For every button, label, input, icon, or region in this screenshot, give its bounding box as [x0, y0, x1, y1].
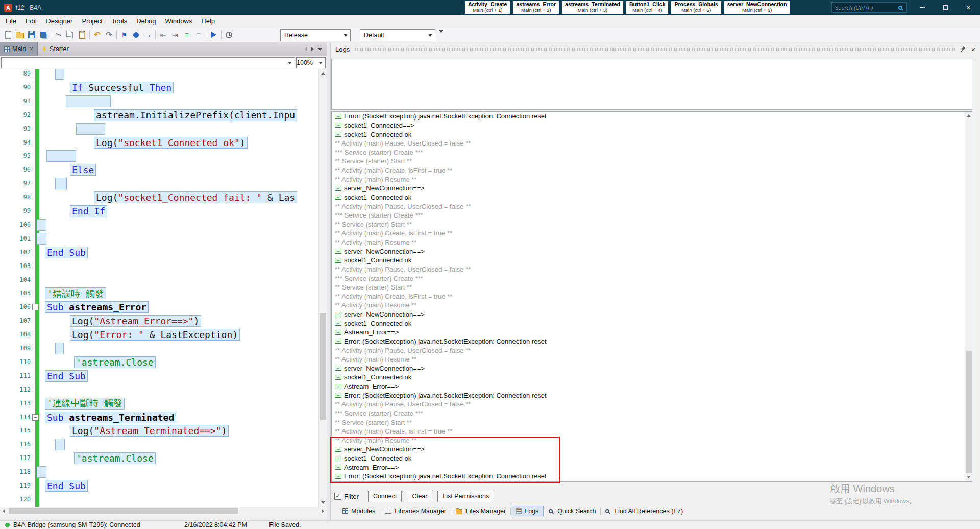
new-project-icon-button[interactable] — [2, 29, 14, 41]
maximize-button[interactable] — [934, 0, 957, 15]
tool-tab-files-manager[interactable]: Files Manager — [451, 506, 510, 516]
log-entry[interactable]: ** Activity (main) Create, isFirst = tru… — [332, 229, 972, 238]
cut-icon-button[interactable] — [53, 29, 64, 41]
code-line[interactable]: Log("Astream_Error==>") — [0, 314, 318, 328]
code-line[interactable] — [0, 177, 318, 190]
code-line[interactable] — [0, 465, 318, 479]
code-line[interactable]: End Sub — [0, 246, 318, 259]
menu-file[interactable]: File — [1, 15, 21, 28]
menu-edit[interactable]: Edit — [21, 15, 41, 28]
build-config-dropdown[interactable]: Release — [280, 29, 351, 41]
code-line[interactable] — [0, 259, 318, 273]
zoom-dropdown[interactable]: 100% — [296, 57, 326, 68]
menu-project[interactable]: Project — [77, 15, 107, 28]
log-entry[interactable]: ** Activity (main) Pause, UserClosed = f… — [332, 400, 972, 409]
code-editor[interactable]: 8990919293949596979899100101102103104105… — [0, 69, 327, 507]
tool-tab-modules[interactable]: Modules — [338, 506, 380, 516]
code-line[interactable] — [0, 218, 318, 232]
log-entry[interactable]: socket1_Connected ok — [332, 130, 972, 139]
log-entry[interactable]: ** Activity (main) Resume ** — [332, 355, 972, 364]
code-line[interactable]: Log("Astream_Terminated==>") — [0, 424, 318, 438]
clear-button[interactable]: Clear — [407, 491, 432, 502]
minimize-button[interactable] — [911, 0, 934, 15]
goto-icon-button[interactable] — [142, 29, 154, 41]
log-entry[interactable]: ** Activity (main) Pause, UserClosed = f… — [332, 139, 972, 148]
filter-checkbox[interactable]: ✓ — [334, 493, 341, 500]
hotkey-tab-button1_click[interactable]: Button1_ClickMain (ctrl + 4) — [626, 1, 669, 14]
log-entry[interactable]: socket1_Connected ok — [332, 319, 972, 328]
code-line[interactable]: If Successful Then — [0, 81, 318, 94]
declaration-dropdown[interactable] — [1, 57, 295, 68]
log-entry[interactable]: Error: (SocketException) java.net.Socket… — [332, 112, 972, 121]
code-line[interactable]: Log("socket1_Connected ok") — [0, 136, 318, 150]
log-entry[interactable]: *** Service (starter) Create *** — [332, 409, 972, 418]
search-input[interactable]: Search (Ctrl+F) — [831, 2, 907, 13]
close-button[interactable]: × — [957, 0, 980, 15]
log-entry[interactable]: *** Service (starter) Create *** — [332, 274, 972, 283]
scroll-up-icon[interactable] — [319, 69, 327, 77]
code-line[interactable] — [0, 342, 318, 355]
code-line[interactable]: Else — [0, 163, 318, 177]
menu-help[interactable]: Help — [197, 15, 219, 28]
log-entry[interactable]: Astream_Error==> — [332, 382, 972, 391]
log-entry[interactable]: socket1_Connected ok — [332, 256, 972, 265]
code-line[interactable]: End Sub — [0, 369, 318, 383]
chevron-down-icon[interactable] — [341, 30, 350, 41]
list-permissions-button[interactable]: List Permissions — [437, 491, 494, 502]
tool-tab-libraries-manager[interactable]: Libraries Manager — [380, 506, 451, 516]
chevron-down-icon[interactable] — [285, 58, 295, 68]
log-entry[interactable]: ** Activity (main) Pause, UserClosed = f… — [332, 346, 972, 355]
log-entry[interactable]: ** Activity (main) Pause, UserClosed = f… — [332, 265, 972, 274]
log-entry[interactable]: Error: (SocketException) java.net.Socket… — [332, 337, 972, 346]
log-entry[interactable]: ** Service (starter) Start ** — [332, 157, 972, 166]
log-entry[interactable]: ** Activity (main) Create, isFirst = tru… — [332, 166, 972, 175]
outdent-icon-button[interactable] — [157, 29, 169, 41]
undo-icon-button[interactable] — [91, 29, 103, 41]
log-entry[interactable]: *** Service (starter) Create *** — [332, 211, 972, 220]
clean-project-icon-button[interactable] — [223, 29, 235, 41]
code-line[interactable] — [0, 149, 318, 163]
open-project-icon-button[interactable] — [14, 29, 26, 41]
code-line[interactable] — [0, 232, 318, 246]
tool-tab-find-all-references-f7-[interactable]: Find All References (F7) — [601, 506, 688, 516]
log-filter-dropdown[interactable]: Default — [360, 29, 435, 41]
indent-icon-button[interactable] — [169, 29, 181, 41]
code-line[interactable] — [0, 273, 318, 287]
scrollbar-thumb[interactable] — [9, 508, 238, 514]
log-entry[interactable]: ** Activity (main) Create, isFirst = tru… — [332, 427, 972, 436]
code-line[interactable]: 'astream.Close — [0, 355, 318, 369]
menu-debug[interactable]: Debug — [132, 15, 160, 28]
log-entry[interactable]: ** Activity (main) Resume ** — [332, 175, 972, 184]
collapse-toggle[interactable]: − — [32, 414, 39, 421]
breakpoint-icon-button[interactable] — [130, 29, 142, 41]
code-line[interactable] — [0, 69, 318, 81]
log-entry[interactable]: ** Activity (main) Create, isFirst = tru… — [332, 292, 972, 301]
code-line[interactable]: End If — [0, 204, 318, 218]
bookmark-icon-button[interactable] — [118, 29, 130, 41]
log-entry[interactable]: server_NewConnection==> — [332, 310, 972, 319]
code-line[interactable] — [0, 438, 318, 451]
log-entry[interactable]: ** Service (starter) Start ** — [332, 220, 972, 229]
scroll-left-icon[interactable] — [0, 507, 8, 515]
code-line[interactable]: End Sub — [0, 479, 318, 493]
tab-scroll-right-icon[interactable] — [311, 47, 314, 51]
panel-close-icon[interactable]: × — [971, 46, 975, 53]
log-entry[interactable]: ** Activity (main) Resume ** — [332, 301, 972, 310]
code-line[interactable]: Log("socket1_Connected fail: " & Las — [0, 190, 318, 204]
log-entry[interactable]: Error: (SocketException) java.net.Socket… — [332, 391, 972, 400]
code-line[interactable]: '錯誤時 觸發 — [0, 286, 318, 300]
menu-windows[interactable]: Windows — [161, 15, 197, 28]
log-entry[interactable]: socket1_Connected==> — [332, 121, 972, 130]
uncomment-icon-button[interactable] — [192, 29, 204, 41]
run-icon-button[interactable] — [208, 29, 219, 41]
close-tab-icon[interactable]: × — [30, 45, 33, 53]
connect-button[interactable]: Connect — [368, 491, 402, 502]
hotkey-tab-astreams_terminated[interactable]: astreams_TerminatedMain (ctrl + 3) — [561, 1, 624, 14]
log-entry[interactable]: server_NewConnection==> — [332, 184, 972, 193]
log-entry[interactable]: ** Activity (main) Pause, UserClosed = f… — [332, 202, 972, 211]
editor-horizontal-scrollbar[interactable] — [0, 507, 327, 515]
code-line[interactable] — [0, 383, 318, 397]
redo-icon-button[interactable] — [103, 29, 115, 41]
log-entry[interactable]: ** Service (starter) Start ** — [332, 283, 972, 292]
editor-vertical-scrollbar[interactable] — [318, 69, 327, 507]
